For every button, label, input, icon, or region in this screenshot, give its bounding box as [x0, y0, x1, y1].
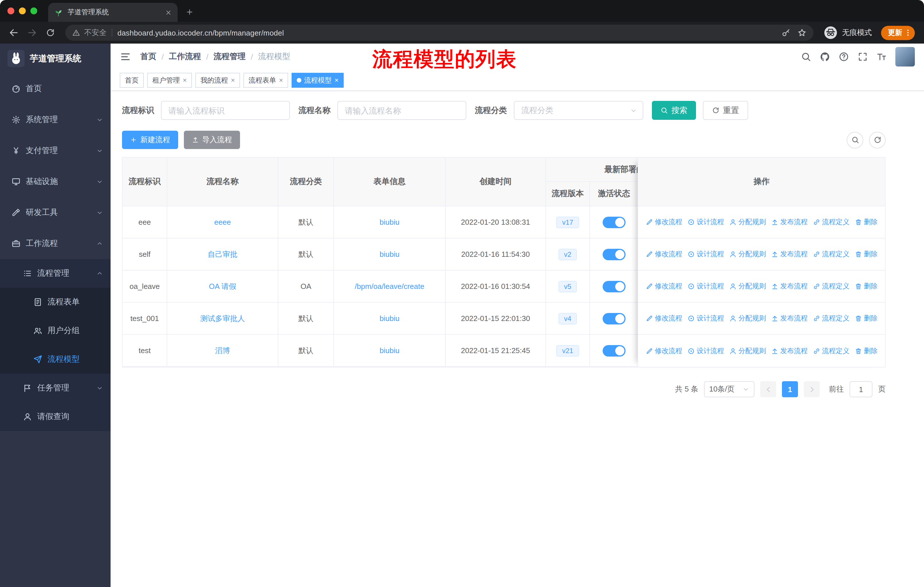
prev-page-button[interactable]: [760, 381, 776, 397]
form-info-link[interactable]: biubiu: [380, 250, 399, 258]
sidebar-item-workflow[interactable]: 工作流程: [0, 228, 111, 259]
action-design[interactable]: 设计流程: [687, 281, 724, 291]
process-name-input[interactable]: [337, 101, 466, 120]
tab-close-icon[interactable]: [165, 9, 172, 16]
password-manager-icon[interactable]: [781, 28, 790, 37]
action-delete[interactable]: 删除: [855, 346, 878, 356]
address-bar[interactable]: 不安全 dashboard.yudao.iocoder.cn/bpm/manag…: [65, 25, 813, 41]
action-edit[interactable]: 修改流程: [645, 250, 682, 259]
process-key-input[interactable]: [161, 101, 290, 120]
hamburger-icon[interactable]: [120, 51, 131, 63]
action-definition[interactable]: 流程定义: [813, 217, 850, 227]
back-button[interactable]: [6, 25, 22, 41]
active-status-toggle[interactable]: [602, 345, 625, 356]
form-info-link[interactable]: biubiu: [380, 218, 399, 227]
action-assign[interactable]: 分配规则: [729, 314, 766, 323]
update-button[interactable]: 更新: [881, 25, 915, 40]
goto-page-input[interactable]: [850, 381, 873, 397]
minimize-window-button[interactable]: [19, 7, 26, 14]
sidebar-item-process-mgmt[interactable]: 流程管理: [0, 259, 111, 288]
tag-我的流程[interactable]: 我的流程×: [195, 73, 240, 88]
zoom-window-button[interactable]: [30, 7, 37, 14]
next-page-button[interactable]: [804, 381, 820, 397]
action-delete[interactable]: 删除: [855, 217, 878, 227]
action-publish[interactable]: 发布流程: [771, 346, 808, 356]
search-icon[interactable]: [801, 51, 811, 62]
sidebar-item-process-form[interactable]: 流程表单: [0, 288, 111, 316]
action-assign[interactable]: 分配规则: [729, 217, 766, 227]
breadcrumb-item[interactable]: 流程管理: [214, 51, 246, 62]
action-edit[interactable]: 修改流程: [645, 281, 682, 291]
action-assign[interactable]: 分配规则: [729, 281, 766, 291]
tag-首页[interactable]: 首页: [120, 73, 144, 88]
sidebar-item-user-group[interactable]: 用户分组: [0, 316, 111, 345]
sidebar-item-devtools[interactable]: 研发工具: [0, 197, 111, 228]
action-publish[interactable]: 发布流程: [771, 250, 808, 259]
action-edit[interactable]: 修改流程: [645, 217, 682, 227]
action-design[interactable]: 设计流程: [687, 217, 724, 227]
page-size-select[interactable]: 10条/页: [704, 381, 754, 397]
browser-menu-icon[interactable]: [904, 29, 912, 37]
active-status-toggle[interactable]: [602, 313, 625, 324]
action-assign[interactable]: 分配规则: [729, 346, 766, 356]
forward-button[interactable]: [24, 25, 40, 41]
reset-button[interactable]: 重置: [703, 101, 748, 120]
process-name-link[interactable]: 测试多审批人: [200, 313, 245, 324]
tag-流程表单[interactable]: 流程表单×: [243, 73, 288, 88]
sidebar-item-payment[interactable]: 支付管理: [0, 135, 111, 166]
bookmark-star-icon[interactable]: [797, 28, 807, 37]
import-process-button[interactable]: 导入流程: [184, 131, 240, 149]
action-publish[interactable]: 发布流程: [771, 314, 808, 323]
tag-close-icon[interactable]: ×: [231, 77, 235, 84]
action-definition[interactable]: 流程定义: [813, 281, 850, 291]
github-icon[interactable]: [820, 51, 830, 62]
action-publish[interactable]: 发布流程: [771, 281, 808, 291]
breadcrumb-item[interactable]: 首页: [140, 51, 157, 62]
action-edit[interactable]: 修改流程: [645, 314, 682, 323]
action-definition[interactable]: 流程定义: [813, 314, 850, 323]
search-button[interactable]: 搜索: [652, 101, 696, 120]
close-window-button[interactable]: [7, 7, 14, 14]
active-status-toggle[interactable]: [602, 248, 625, 260]
action-delete[interactable]: 删除: [855, 250, 878, 259]
tag-close-icon[interactable]: ×: [183, 77, 187, 84]
form-info-link[interactable]: /bpm/oa/leave/create: [355, 282, 424, 291]
breadcrumb-item[interactable]: 工作流程: [169, 51, 201, 62]
action-delete[interactable]: 删除: [855, 281, 878, 291]
sidebar-item-home[interactable]: 首页: [0, 73, 111, 104]
action-delete[interactable]: 删除: [855, 314, 878, 323]
active-status-toggle[interactable]: [602, 217, 625, 228]
toggle-search-button[interactable]: [846, 132, 863, 148]
sidebar-item-process-model[interactable]: 流程模型: [0, 345, 111, 374]
page-number-1[interactable]: 1: [782, 381, 798, 397]
action-assign[interactable]: 分配规则: [729, 250, 766, 259]
sidebar-item-leave-query[interactable]: 请假查询: [0, 402, 111, 431]
sidebar-item-system[interactable]: 系统管理: [0, 104, 111, 135]
refresh-table-button[interactable]: [869, 132, 886, 148]
action-definition[interactable]: 流程定义: [813, 250, 850, 259]
action-design[interactable]: 设计流程: [687, 250, 724, 259]
tag-租户管理[interactable]: 租户管理×: [147, 73, 192, 88]
action-edit[interactable]: 修改流程: [645, 346, 682, 356]
form-info-link[interactable]: biubiu: [380, 346, 399, 355]
action-definition[interactable]: 流程定义: [813, 346, 850, 356]
user-avatar[interactable]: [895, 47, 915, 66]
process-name-link[interactable]: 滔博: [215, 346, 230, 356]
category-select[interactable]: 流程分类: [514, 101, 643, 120]
sidebar-item-task-mgmt[interactable]: 任务管理: [0, 374, 111, 402]
fullscreen-icon[interactable]: [858, 51, 868, 62]
font-size-icon[interactable]: [876, 51, 887, 62]
reload-button[interactable]: [42, 25, 58, 41]
sidebar-item-infra[interactable]: 基础设施: [0, 166, 111, 197]
browser-tab[interactable]: 芋道管理系统: [48, 3, 178, 22]
create-process-button[interactable]: 新建流程: [122, 131, 178, 149]
action-design[interactable]: 设计流程: [687, 314, 724, 323]
active-status-toggle[interactable]: [602, 281, 625, 292]
process-name-link[interactable]: eeee: [214, 218, 231, 227]
tag-close-icon[interactable]: ×: [335, 77, 338, 84]
tag-close-icon[interactable]: ×: [279, 77, 283, 84]
action-design[interactable]: 设计流程: [687, 346, 724, 356]
help-icon[interactable]: [839, 51, 849, 62]
form-info-link[interactable]: biubiu: [380, 314, 399, 323]
process-name-link[interactable]: 自己审批: [208, 249, 238, 260]
